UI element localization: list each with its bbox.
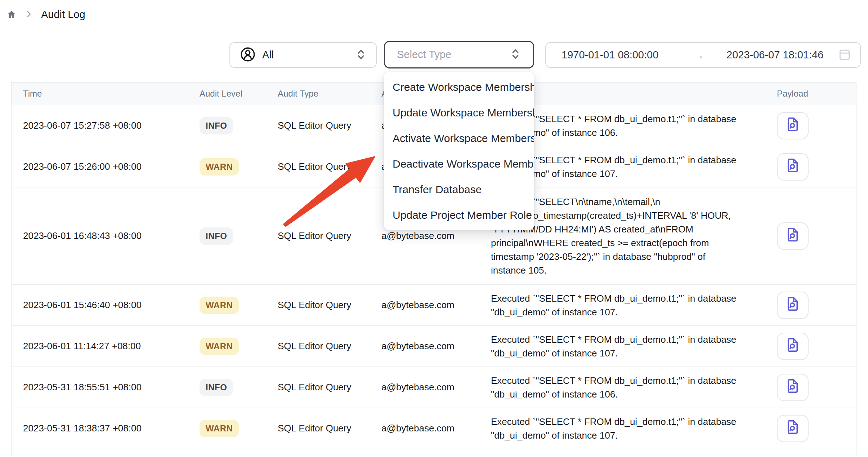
cell-time: 2023-05-31 18:55:51 +08:00 [12,367,195,408]
view-payload-button[interactable] [777,153,809,181]
table-row: 2023-06-01 11:14:27 +08:00 WARN SQL Edit… [12,326,856,367]
calendar-icon [838,48,851,63]
level-badge: WARN [200,297,239,314]
cell-actor: a@bytebase.com [376,326,486,367]
type-dropdown-option[interactable]: Deactivate Workspace Membership [384,151,534,177]
actor-filter-value: All [262,49,274,61]
date-range-end[interactable]: 2023-06-07 18:01:46 [726,49,838,61]
cell-type: SQL Editor Query [273,367,376,408]
type-filter-placeholder: Select Type [397,49,451,61]
chevron-right-icon [24,10,33,20]
table-row: 2023-06-01 15:46:40 +08:00 WARN SQL Edit… [12,285,856,326]
type-dropdown-option[interactable]: Create Workspace Membership [384,74,534,100]
view-payload-button[interactable] [777,333,809,360]
type-filter-select[interactable]: Select Type [384,41,534,68]
cell-type: SQL Editor Query [273,408,376,449]
cell-type: SQL Editor Query [273,326,376,367]
level-badge: WARN [200,420,239,437]
chevron-updown-icon [510,48,521,62]
cell-actor: a@bytebase.com [376,367,486,408]
type-dropdown-option[interactable]: Update Workspace Membership [384,100,534,125]
cell-actor: a@bytebase.com [376,285,486,325]
breadcrumb: Audit Log [6,9,85,21]
annotation-arrow [277,153,382,232]
type-dropdown-option[interactable]: Transfer Database [384,177,534,202]
cell-time: 2023-06-07 15:26:00 +08:00 [12,146,195,187]
audit-log-page: Audit Log All Select Type 1970-01-01 08:… [0,0,868,457]
file-search-icon [784,336,801,356]
file-search-icon [784,115,801,136]
date-range-start[interactable]: 1970-01-01 08:00:00 [561,49,692,61]
col-header-audit-type: Audit Type [273,83,376,105]
cell-type: SQL Editor Query [273,285,376,325]
page-title: Audit Log [41,9,85,21]
cell-time: 2023-05-31 18:38:37 +08:00 [12,408,195,449]
level-badge: WARN [200,158,239,176]
cell-actor: a@bytebase.com [376,408,486,449]
level-badge: INFO [200,379,233,396]
col-header-payload: Payload [771,83,857,105]
view-payload-button[interactable] [777,292,809,319]
level-badge: WARN [200,338,239,355]
cell-time: 2023-06-01 16:48:43 +08:00 [12,187,195,284]
cell-type: SQL Editor Query [273,105,376,146]
chevron-updown-icon [355,48,367,62]
col-header-audit-level: Audit Level [195,83,273,105]
cell-comment: Executed `"SELECT * FROM db_ui_demo.t1;"… [486,408,771,449]
file-search-icon [784,418,801,439]
view-payload-button[interactable] [777,415,809,442]
table-row: 2023-05-31 18:55:51 +08:00 INFO SQL Edit… [12,367,856,408]
table-row: 2023-05-31 18:38:37 +08:00 WARN SQL Edit… [12,408,856,449]
level-badge: INFO [200,227,233,245]
view-payload-button[interactable] [777,112,809,139]
level-badge: INFO [200,117,233,134]
type-dropdown-menu: Create Workspace MembershipUpdate Worksp… [384,72,534,230]
date-range-picker[interactable]: 1970-01-01 08:00:00 → 2023-06-07 18:01:4… [545,42,861,68]
person-circle-icon [240,46,256,64]
col-header-time: Time [12,83,195,105]
cell-comment: Executed `"SELECT * FROM db_ui_demo.t1;"… [486,367,771,408]
view-payload-button[interactable] [777,374,809,401]
file-search-icon [784,377,801,398]
view-payload-button[interactable] [777,222,809,250]
cell-comment: Executed `"SELECT * FROM db_ui_demo.t1;"… [486,326,771,367]
partial-row [12,449,856,456]
actor-filter-select[interactable]: All [229,42,377,68]
arrow-right-icon: → [692,48,726,62]
home-icon[interactable] [6,10,17,19]
file-search-icon [784,295,801,315]
cell-comment: Executed `"SELECT * FROM db_ui_demo.t1;"… [486,285,771,325]
type-dropdown-option[interactable]: Activate Workspace Membership [384,125,534,151]
file-search-icon [784,226,801,246]
file-search-icon [784,156,801,177]
type-dropdown-option[interactable]: Update Project Member Role [384,202,534,228]
cell-time: 2023-06-07 15:27:58 +08:00 [12,105,195,146]
cell-time: 2023-06-01 15:46:40 +08:00 [12,285,195,325]
cell-time: 2023-06-01 11:14:27 +08:00 [12,326,195,367]
